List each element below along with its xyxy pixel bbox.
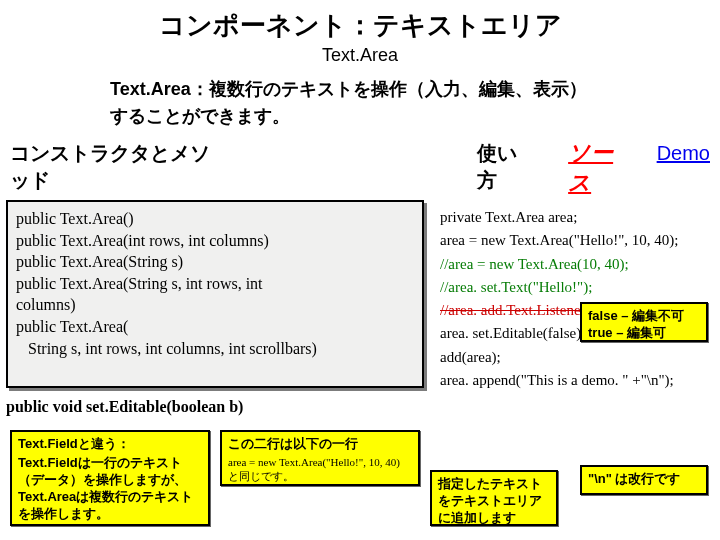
callout-append: 指定したテキストをテキストエリアに追加します	[430, 470, 558, 526]
method-seteditable: public void set.Editable(boolean b)	[6, 398, 243, 416]
desc-label: Text.Area：	[110, 79, 209, 99]
link-demo[interactable]: Demo	[657, 142, 710, 165]
note5-body: "\n" は改行です	[588, 471, 700, 488]
callout-editable-meaning: false – 編集不可 true – 編集可	[580, 302, 708, 342]
header-constructors: コンストラクタとメソッド	[10, 140, 217, 194]
usage-panel: private Text.Area area; area = new Text.…	[432, 200, 714, 398]
usage-1: private Text.Area area;	[440, 206, 706, 229]
note2-title: この二行は以下の一行	[228, 436, 412, 453]
note4-l2: true – 編集可	[588, 325, 700, 342]
callout-two-lines: この二行は以下の一行 area = new Text.Area("Hello!"…	[220, 430, 420, 486]
callout-textfield-diff: Text.Fieldと違う： Text.Fieldは一行のテキスト（データ）を操…	[10, 430, 210, 526]
slide-subtitle: Text.Area	[0, 45, 720, 66]
sig-4a: public Text.Area(String s, int rows, int	[16, 273, 414, 295]
usage-2: area = new Text.Area("Hello!", 10, 40);	[440, 229, 706, 252]
sig-4b: columns)	[16, 294, 414, 316]
callout-newline: "\n" は改行です	[580, 465, 708, 495]
header-usage: 使い方	[477, 140, 529, 194]
note4-l1: false – 編集不可	[588, 308, 700, 325]
constructors-panel: public Text.Area() public Text.Area(int …	[6, 200, 424, 388]
note2-body: area = new Text.Area("Hello!", 10, 40) と…	[228, 455, 412, 484]
usage-7: add(area);	[440, 346, 706, 369]
desc-line1: 複数行のテキストを操作（入力、編集、表示）	[209, 79, 587, 99]
usage-8: area. append("This is a demo. " +"\n");	[440, 369, 706, 392]
note1-title: Text.Fieldと違う：	[18, 436, 202, 453]
description: Text.Area：複数行のテキストを操作（入力、編集、表示） することができま…	[110, 76, 720, 130]
link-source[interactable]: ソース	[568, 138, 627, 198]
desc-line2: することができます。	[110, 106, 290, 126]
sig-5b: String s, int rows, int columns, int scr…	[16, 338, 414, 360]
usage-3: //area = new Text.Area(10, 40);	[440, 253, 706, 276]
note1-body: Text.Fieldは一行のテキスト（データ）を操作しますが、Text.Area…	[18, 455, 202, 523]
sig-3: public Text.Area(String s)	[16, 251, 414, 273]
usage-4: //area. set.Text("Hello!");	[440, 276, 706, 299]
sig-1: public Text.Area()	[16, 208, 414, 230]
note3-body: 指定したテキストをテキストエリアに追加します	[438, 476, 550, 527]
sig-2: public Text.Area(int rows, int columns)	[16, 230, 414, 252]
slide-title: コンポーネント：テキストエリア	[0, 0, 720, 43]
section-headers: コンストラクタとメソッド 使い方 ソース Demo	[0, 138, 720, 198]
sig-5a: public Text.Area(	[16, 316, 414, 338]
